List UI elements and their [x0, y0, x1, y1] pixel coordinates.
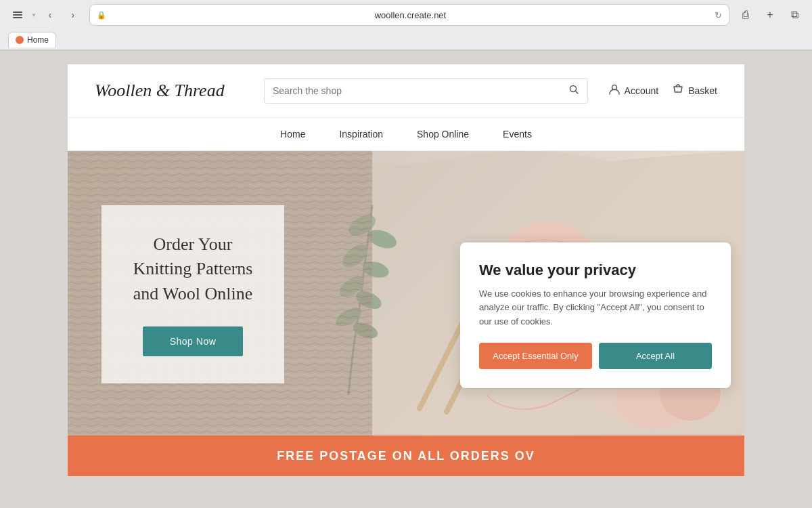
cookie-popup: We value your privacy We use cookies to … [460, 242, 731, 388]
url-bar[interactable]: 🔒 woollen.create.net ↻ [89, 4, 729, 26]
refresh-button[interactable]: ↻ [715, 10, 722, 20]
website: Woollen & Thread [68, 64, 744, 476]
new-tab-button[interactable]: + [761, 5, 780, 24]
svg-line-1 [575, 91, 578, 94]
tab-favicon [16, 36, 24, 44]
cookie-title: We value your privacy [479, 261, 712, 279]
url-text: woollen.create.net [110, 10, 710, 20]
accept-essential-button[interactable]: Accept Essential Only [479, 343, 592, 369]
search-input[interactable] [273, 85, 568, 96]
cookie-description: We use cookies to enhance your browsing … [479, 287, 712, 329]
sidebar-toggle-button[interactable] [8, 5, 27, 24]
hero-title: Order Your Knitting Patterns and Wool On… [122, 232, 264, 306]
cookie-buttons: Accept Essential Only Accept All [479, 343, 712, 369]
browser-actions: ⎙ + ⧉ [736, 5, 804, 24]
account-icon [608, 83, 621, 99]
site-header: Woollen & Thread [68, 64, 744, 118]
shop-now-button[interactable]: Shop Now [143, 326, 244, 356]
share-button[interactable]: ⎙ [736, 5, 755, 24]
nav-shop-online[interactable]: Shop Online [417, 129, 469, 140]
site-nav: Home Inspiration Shop Online Events [68, 118, 744, 151]
browser-controls: ▼ ‹ › [8, 5, 83, 24]
search-button[interactable] [568, 84, 579, 98]
basket-icon [672, 83, 684, 99]
accept-all-button[interactable]: Accept All [599, 343, 712, 369]
hero-section: Order Your Knitting Patterns and Wool On… [68, 151, 744, 436]
back-button[interactable]: ‹ [41, 5, 60, 24]
tab-label: Home [27, 35, 49, 45]
basket-label: Basket [688, 85, 717, 96]
nav-inspiration[interactable]: Inspiration [339, 129, 383, 140]
tabs-button[interactable]: ⧉ [785, 5, 804, 24]
lock-icon: 🔒 [97, 11, 106, 20]
promo-banner: FREE POSTAGE ON ALL ORDERS OV [68, 436, 744, 476]
nav-home[interactable]: Home [280, 129, 305, 140]
hero-text-box: Order Your Knitting Patterns and Wool On… [102, 205, 284, 383]
active-tab[interactable]: Home [8, 32, 56, 47]
forward-button[interactable]: › [64, 5, 83, 24]
account-label: Account [625, 85, 659, 96]
promo-text: FREE POSTAGE ON ALL ORDERS OV [277, 449, 535, 463]
basket-link[interactable]: Basket [672, 83, 717, 99]
search-bar [264, 78, 588, 104]
site-logo[interactable]: Woollen & Thread [95, 81, 244, 101]
account-link[interactable]: Account [608, 83, 659, 99]
header-actions: Account Basket [608, 83, 717, 99]
nav-events[interactable]: Events [503, 129, 532, 140]
